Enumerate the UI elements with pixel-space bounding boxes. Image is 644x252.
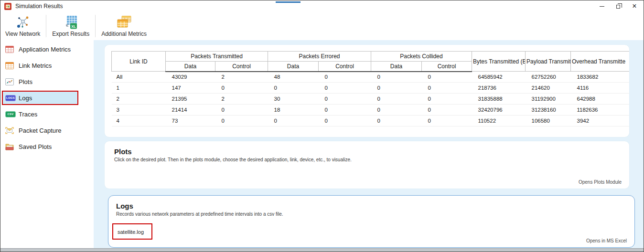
cell-link-id: 1: [112, 83, 166, 94]
cell: 21414: [166, 105, 215, 116]
cell: 31238160: [526, 105, 571, 116]
cell: 0: [371, 105, 422, 116]
window-title: Simulation Results: [15, 3, 63, 10]
table-row[interactable]: 2 21395 2 30 0 0 0 31835888 31192900 642…: [112, 94, 630, 105]
cell: 0: [319, 94, 371, 105]
cell: 18: [268, 105, 319, 116]
cell: 31192900: [526, 94, 571, 105]
log-file-link[interactable]: satellite.log: [118, 229, 144, 235]
close-button[interactable]: ×: [626, 0, 643, 12]
logs-section-footer: Opens in MS Excel: [586, 238, 627, 243]
app-body: Application Metrics Link Metrics: [0, 40, 644, 248]
cell: 31835888: [472, 94, 526, 105]
cell: 4116: [571, 83, 629, 94]
subheader-data[interactable]: Data: [166, 62, 215, 72]
subheader-control[interactable]: Control: [215, 62, 268, 72]
additional-metrics-label: Additional Metrics: [101, 31, 147, 37]
cell: 0: [215, 83, 268, 94]
application-metrics-icon: [5, 45, 16, 53]
view-network-label: View Network: [5, 31, 40, 37]
app-logo-icon: [4, 3, 11, 10]
subheader-data[interactable]: Data: [371, 62, 422, 72]
sidebar-item-traces[interactable]: CSV Traces: [2, 107, 78, 121]
minimize-button[interactable]: [594, 0, 610, 12]
cell: 43029: [166, 72, 215, 83]
cell: 0: [371, 94, 422, 105]
cell: 147: [166, 83, 215, 94]
table-row[interactable]: 1 147 0 0 0 0 0 218736 214620 4116: [112, 83, 630, 94]
cell: 30: [268, 94, 319, 105]
column-group-packets-collided[interactable]: Packets Collided: [371, 52, 472, 62]
cell: 0: [268, 83, 319, 94]
restore-button[interactable]: [610, 0, 626, 12]
column-header-overhead-transmitted[interactable]: Overhead Transmitte: [571, 52, 629, 72]
column-header-payload-transmitted[interactable]: Payload Transmitted: [526, 52, 571, 72]
cell: 106580: [526, 116, 571, 126]
cell: 0: [422, 94, 472, 105]
table-row[interactable]: All 43029 2 48 0 0 0 64585942 62752260 1…: [112, 72, 630, 83]
cell: 32420796: [472, 105, 526, 116]
plots-section-description: Click on the desired plot. Then in the p…: [114, 157, 620, 162]
column-group-packets-errored[interactable]: Packets Errored: [268, 52, 371, 62]
saved-plots-icon: [5, 143, 16, 150]
cell: 64585942: [472, 72, 526, 83]
table-row[interactable]: 4 73 0 0 0 0 0 110522 106580 3942: [112, 116, 630, 126]
cell-link-id: All: [112, 72, 166, 83]
plots-section-card[interactable]: Plots Click on the desired plot. Then in…: [105, 141, 629, 189]
cell: 0: [371, 83, 422, 94]
export-results-label: Export Results: [52, 31, 89, 37]
log-file-annotation-box: satellite.log: [112, 223, 152, 240]
sidebar-item-plots[interactable]: Plots: [2, 74, 78, 89]
sidebar-item-packet-capture[interactable]: Packet Capture: [2, 123, 78, 137]
cell: 0: [422, 83, 472, 94]
view-network-button[interactable]: View Network: [0, 12, 45, 40]
table-row[interactable]: 3 21414 0 18 0 0 0 32420796 31238160 118…: [112, 105, 630, 116]
main-content: Link ID Packets Transmitted Packets Erro…: [94, 40, 644, 248]
cell: 62752260: [526, 72, 571, 83]
cell: 0: [422, 72, 472, 83]
cell: 214620: [526, 83, 571, 94]
export-results-button[interactable]: XL Export Results: [47, 12, 94, 40]
toolbar-separator: [46, 15, 46, 37]
cell: 0: [371, 72, 422, 83]
cell: 0: [319, 83, 371, 94]
cell: 0: [319, 72, 371, 83]
sidebar-item-saved-plots[interactable]: Saved Plots: [2, 139, 78, 154]
column-header-link-id[interactable]: Link ID: [112, 52, 166, 72]
cell: 0: [319, 105, 371, 116]
logs-section-title: Logs: [116, 202, 627, 210]
packet-capture-icon: [5, 126, 16, 134]
additional-metrics-button[interactable]: Additional Metrics: [97, 12, 151, 40]
sidebar-item-application-metrics[interactable]: Application Metrics: [2, 42, 78, 56]
cell: 110522: [472, 116, 526, 126]
column-header-bytes-transmitted[interactable]: Bytes Transmitted (B: [472, 52, 526, 72]
sidebar-item-label: Logs: [19, 94, 32, 102]
cell: 218736: [472, 83, 526, 94]
traces-icon: CSV: [5, 110, 16, 118]
additional-metrics-icon: [116, 15, 132, 30]
sidebar-item-logs[interactable]: LOGS Logs: [2, 91, 78, 105]
sidebar-item-label: Plots: [19, 78, 32, 85]
cell: 0: [215, 105, 268, 116]
subheader-data[interactable]: Data: [268, 62, 319, 72]
close-icon: ×: [632, 2, 636, 10]
titlebar: Simulation Results ×: [0, 0, 644, 12]
cell: 1182636: [571, 105, 629, 116]
subheader-control[interactable]: Control: [422, 62, 472, 72]
restore-icon: [616, 5, 620, 9]
cell: 48: [268, 72, 319, 83]
view-network-icon: [15, 15, 31, 30]
subheader-control[interactable]: Control: [319, 62, 371, 72]
plots-section-title: Plots: [114, 147, 620, 156]
cell: 0: [422, 105, 472, 116]
csv-badge: CSV: [5, 111, 16, 117]
toolbar-separator: [95, 15, 96, 37]
logs-icon: LOGS: [5, 94, 16, 102]
sidebar-item-link-metrics[interactable]: Link Metrics: [2, 58, 78, 73]
app-window: Simulation Results ×: [0, 0, 644, 252]
cell: 0: [319, 116, 371, 126]
column-group-packets-transmitted[interactable]: Packets Transmitted: [166, 52, 268, 62]
logs-section-description: Records various network parameters at pr…: [116, 211, 627, 217]
minimize-icon: [600, 6, 604, 7]
link-metrics-table: Link ID Packets Transmitted Packets Erro…: [111, 51, 629, 126]
